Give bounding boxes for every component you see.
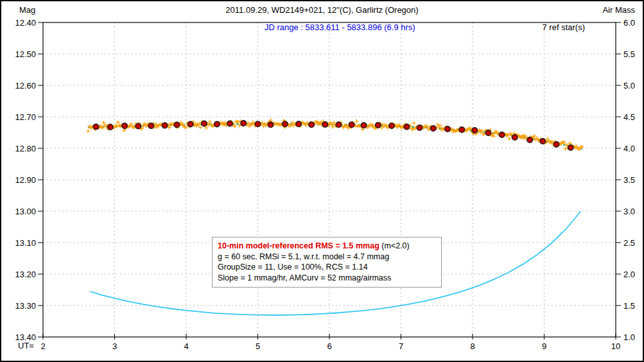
group-mean-marker bbox=[93, 124, 99, 130]
group-mean-marker bbox=[255, 121, 261, 127]
group-mean-marker bbox=[322, 122, 328, 128]
group-mean-marker bbox=[430, 126, 436, 132]
x-tick-label: 9 bbox=[542, 341, 546, 351]
y-left-tick-label: 13.20 bbox=[15, 270, 36, 279]
group-mean-marker bbox=[108, 125, 114, 130]
group-mean-marker bbox=[404, 124, 410, 130]
x-tick-label: 2 bbox=[40, 341, 45, 351]
group-mean-marker bbox=[336, 122, 342, 128]
y-left-tick-label: 12.90 bbox=[15, 175, 36, 185]
group-mean-marker bbox=[349, 122, 354, 128]
y-left-tick-label: 12.40 bbox=[15, 18, 36, 28]
page-title: 2011.09.29, WD2149+021, 12"(C), Garlirtz… bbox=[1, 5, 643, 15]
group-mean-marker bbox=[135, 123, 141, 129]
group-mean-marker bbox=[227, 121, 233, 126]
x-axis-title: UT= bbox=[18, 341, 34, 350]
group-mean-marker bbox=[472, 128, 478, 134]
annotation-line-4: Slope = 1 mmag/hr, AMCurv = 52 mmag/airm… bbox=[218, 273, 436, 284]
y-left-tick-label: 13.10 bbox=[15, 238, 36, 248]
group-mean-marker bbox=[162, 123, 168, 128]
x-tick-label: 5 bbox=[256, 341, 260, 351]
group-mean-marker bbox=[148, 123, 154, 129]
group-mean-marker bbox=[283, 121, 288, 127]
x-tick-label: 3 bbox=[112, 341, 117, 351]
group-mean-marker bbox=[568, 145, 574, 151]
group-mean-marker bbox=[512, 135, 518, 141]
group-mean-marker bbox=[485, 130, 491, 136]
group-mean-marker bbox=[553, 142, 559, 148]
x-tick-label: 8 bbox=[470, 341, 474, 351]
group-mean-marker bbox=[459, 127, 465, 133]
group-mean-marker bbox=[445, 126, 451, 132]
individual-measurement-markers bbox=[86, 118, 584, 151]
x-tick-label: 10 bbox=[611, 341, 620, 351]
group-mean-marker bbox=[527, 137, 533, 143]
group-mean-marker bbox=[187, 121, 193, 127]
y-right-tick-label: 5.0 bbox=[623, 81, 635, 90]
y-right-tick-label: 3.0 bbox=[623, 207, 635, 216]
jd-range-text: JD range : 5833.611 - 5833.896 (6.9 hrs) bbox=[265, 22, 415, 32]
group-mean-marker bbox=[214, 121, 220, 127]
y-left-tick-label: 12.70 bbox=[15, 112, 36, 122]
group-mean-marker bbox=[499, 132, 505, 138]
y-right-tick-label: 6.0 bbox=[623, 18, 635, 28]
stats-annotation-box: 10-min model-referenced RMS = 1.5 mmag (… bbox=[212, 237, 442, 288]
y-right-tick-label: 4.5 bbox=[623, 112, 635, 122]
group-mean-marker bbox=[361, 123, 367, 128]
y-left-tick-label: 13.30 bbox=[15, 301, 36, 311]
x-tick-label: 6 bbox=[327, 341, 331, 351]
annotation-rms-red-text: 10-min model-referenced RMS = 1.5 mmag bbox=[218, 241, 379, 250]
photometry-chart-window: 12.4012.5012.6012.7012.8012.9013.0013.10… bbox=[0, 0, 644, 362]
y-right-tick-label: 2.5 bbox=[623, 238, 635, 248]
group-mean-marker bbox=[122, 123, 128, 129]
y-right-tick-label: 2.0 bbox=[623, 270, 635, 279]
group-mean-marker bbox=[540, 139, 546, 144]
y-left-tick-label: 12.50 bbox=[15, 49, 36, 59]
group-mean-marker bbox=[241, 121, 247, 126]
ref-stars-count: 7 ref star(s) bbox=[543, 22, 585, 32]
group-mean-marker bbox=[417, 125, 422, 131]
y-right-tick-label: 1.0 bbox=[623, 332, 635, 342]
y-right-tick-label: 5.5 bbox=[623, 49, 635, 59]
annotation-line-3: GroupSize = 11, Use = 100%, RCS = 1.14 bbox=[218, 262, 436, 273]
y-right-tick-label: 1.5 bbox=[623, 301, 635, 311]
group-mean-marker bbox=[268, 122, 274, 128]
x-tick-label: 7 bbox=[399, 341, 403, 351]
right-axis-title: Air Mass bbox=[602, 5, 635, 15]
group-mean-marker bbox=[389, 123, 395, 129]
plot-area: 12.4012.5012.6012.7012.8012.9013.0013.10… bbox=[1, 1, 644, 362]
y-right-tick-label: 3.5 bbox=[623, 175, 635, 185]
x-tick-label: 4 bbox=[184, 341, 188, 351]
group-mean-marker bbox=[296, 121, 302, 127]
group-mean-marker bbox=[174, 122, 180, 128]
group-mean-marker bbox=[376, 123, 381, 128]
group-mean-marker bbox=[309, 122, 315, 128]
annotation-rms-black-text: (m<2.0) bbox=[379, 241, 410, 250]
y-left-tick-label: 12.80 bbox=[15, 144, 36, 153]
group-mean-marker bbox=[202, 121, 207, 126]
annotation-line-2: g = 60 sec, RMSi = 5.1, w.r.t. model = 4… bbox=[218, 252, 436, 263]
y-right-tick-label: 4.0 bbox=[623, 144, 635, 153]
y-left-tick-label: 13.00 bbox=[15, 207, 36, 216]
y-left-tick-label: 12.60 bbox=[15, 81, 36, 90]
annotation-line-1: 10-min model-referenced RMS = 1.5 mmag (… bbox=[218, 241, 436, 252]
